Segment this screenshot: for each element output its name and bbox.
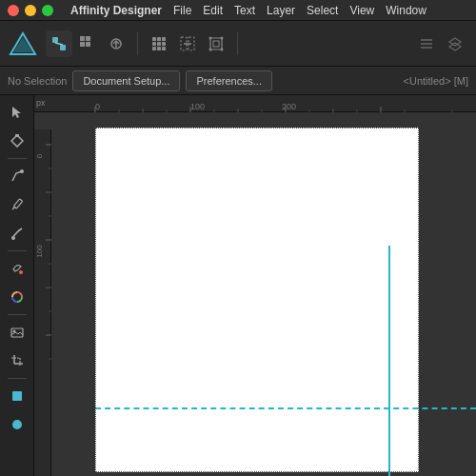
svg-rect-14	[152, 42, 156, 46]
vector-persona-btn[interactable]	[46, 30, 72, 57]
affinity-logo[interactable]	[8, 29, 38, 59]
pixel-persona-btn[interactable]	[74, 30, 101, 57]
svg-rect-18	[157, 47, 161, 50]
main-area: px 0 100 200	[0, 95, 476, 476]
doc-title: <Untitled> [M]	[404, 75, 468, 87]
document-page	[95, 128, 419, 472]
rect-tool[interactable]	[4, 383, 30, 409]
svg-rect-6	[86, 36, 90, 41]
svg-rect-3	[60, 45, 66, 50]
menu-window[interactable]: Window	[386, 4, 426, 17]
brush-tool[interactable]	[4, 220, 30, 247]
svg-point-41	[19, 270, 23, 274]
svg-text:100: 100	[35, 245, 44, 258]
pointer-tool[interactable]	[4, 99, 30, 126]
preferences-btn[interactable]: Preferences...	[186, 70, 271, 91]
menu-file[interactable]: File	[173, 4, 191, 17]
svg-rect-2	[52, 37, 58, 43]
menu-edit[interactable]: Edit	[203, 4, 223, 17]
context-bar: No Selection Document Setup... Preferenc…	[0, 67, 476, 95]
align-btn[interactable]	[413, 30, 440, 57]
app-name: Affinity Designer	[70, 4, 162, 17]
svg-point-28	[221, 48, 224, 50]
ruler-vertical: 0 100	[34, 129, 51, 476]
crop-tool[interactable]	[4, 347, 30, 374]
ruler-ticks-svg	[34, 95, 476, 112]
svg-point-25	[209, 36, 212, 39]
fill-tool[interactable]	[4, 255, 30, 282]
svg-rect-7	[80, 42, 85, 47]
svg-point-50	[12, 420, 22, 429]
grid-view-btn[interactable]	[146, 30, 172, 57]
svg-point-37	[20, 169, 24, 173]
layers-btn[interactable]	[442, 30, 468, 57]
maximize-button[interactable]	[42, 5, 53, 16]
svg-rect-49	[12, 391, 22, 401]
guide-horizontal	[95, 407, 476, 409]
svg-marker-34	[12, 107, 21, 118]
svg-rect-23	[210, 38, 222, 50]
svg-point-27	[209, 48, 212, 50]
persona-switchers	[46, 30, 129, 57]
snap-btn[interactable]	[174, 30, 201, 57]
lt-sep-4	[8, 378, 27, 379]
document-setup-btn[interactable]: Document Setup...	[72, 70, 180, 91]
pencil-tool[interactable]	[4, 191, 30, 218]
svg-point-40	[11, 236, 15, 240]
svg-rect-12	[157, 37, 161, 41]
svg-rect-11	[152, 37, 156, 41]
svg-rect-24	[213, 41, 219, 47]
canvas-area[interactable]: px 0 100 200	[34, 95, 476, 476]
close-button[interactable]	[8, 5, 19, 16]
minimize-button[interactable]	[25, 5, 36, 16]
svg-point-26	[221, 36, 224, 39]
menu-bar: Affinity Designer File Edit Text Layer S…	[70, 4, 426, 17]
ruler-v-svg: 0 100	[34, 129, 51, 476]
left-toolbar	[0, 95, 34, 476]
right-tools	[413, 30, 468, 57]
separator-2	[237, 32, 238, 55]
lt-sep-3	[8, 314, 27, 315]
image-tool[interactable]	[4, 319, 30, 346]
menu-layer[interactable]: Layer	[267, 4, 295, 17]
transform-btn[interactable]	[203, 30, 229, 57]
guide-vertical	[388, 246, 390, 476]
menu-text[interactable]: Text	[234, 4, 255, 17]
svg-line-4	[55, 43, 63, 45]
svg-text:0: 0	[35, 153, 44, 158]
svg-rect-15	[157, 42, 161, 46]
svg-rect-13	[162, 37, 166, 41]
svg-rect-19	[162, 47, 166, 50]
svg-rect-16	[162, 42, 166, 46]
color-picker-tool[interactable]	[4, 284, 30, 310]
svg-marker-32	[449, 38, 461, 46]
ellipse-tool[interactable]	[4, 411, 30, 438]
ruler-horizontal: px 0 100 200	[34, 95, 476, 112]
separator-1	[137, 32, 138, 55]
menu-select[interactable]: Select	[307, 4, 338, 17]
lt-sep-2	[8, 250, 27, 251]
svg-rect-5	[80, 36, 85, 41]
traffic-lights	[8, 5, 53, 16]
toolbar	[0, 21, 476, 67]
export-persona-btn[interactable]	[103, 30, 129, 57]
svg-rect-8	[86, 42, 90, 47]
lt-sep-1	[8, 158, 27, 159]
canvas-viewport[interactable]	[51, 112, 476, 476]
svg-rect-17	[152, 47, 156, 50]
no-selection-label: No Selection	[8, 75, 67, 87]
view-tools	[146, 30, 229, 57]
title-bar: Affinity Designer File Edit Text Layer S…	[0, 0, 476, 21]
svg-marker-33	[449, 43, 461, 50]
vector-pen-tool[interactable]	[4, 163, 30, 189]
node-tool[interactable]	[4, 128, 30, 154]
menu-view[interactable]: View	[349, 4, 374, 17]
canvas-body: 0 100	[34, 112, 476, 476]
